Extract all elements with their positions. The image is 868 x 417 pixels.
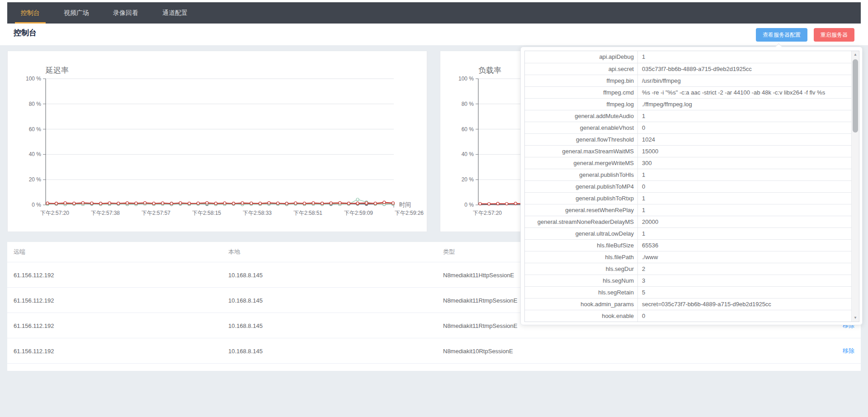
cell-remote: 61.156.112.192 [14,322,54,329]
config-key: hls.filePath [525,251,638,263]
scrollbar-thumb[interactable] [853,59,858,133]
view-server-config-button[interactable]: 查看服务器配置 [756,28,807,42]
config-value: %s -re -i "%s" -c:a aac -strict -2 -ar 4… [642,87,851,98]
config-value: /usr/bin/ffmpeg [642,75,851,86]
config-row: hls.segRetain5 [525,286,859,298]
config-value: 0 [642,122,851,133]
config-row: general.maxStreamWaitMS15000 [525,145,859,157]
svg-text:延迟率: 延迟率 [45,66,69,75]
config-row: general.resetWhenRePlay1 [525,204,859,216]
config-key: general.publishToHls [525,169,638,180]
svg-text:负载率: 负载率 [478,66,501,75]
config-value: 1 [642,51,851,63]
nav-tab-0[interactable]: 控制台 [15,2,46,24]
server-config-popover: api.apiDebug1api.secret035c73f7-bb6b-488… [520,47,863,325]
nav-tab-2[interactable]: 录像回看 [107,2,144,24]
table-row: 61.156.112.19210.168.8.145N8mediakit10Rt… [7,338,861,364]
config-key: general.mergeWriteMS [525,157,638,169]
config-value: 1 [642,228,851,239]
config-row: ffmpeg.cmd%s -re -i "%s" -c:a aac -stric… [525,86,859,98]
scroll-down-icon[interactable]: ▼ [852,314,859,322]
config-value: 035c73f7-bb6b-4889-a715-d9eb2d1925cc [642,63,851,75]
config-value: 0 [642,310,851,322]
svg-text:40 %: 40 % [29,151,42,157]
config-key: general.flowThreshold [525,134,638,145]
svg-text:40 %: 40 % [462,151,474,157]
config-row: general.publishToMP40 [525,180,859,192]
config-key: api.apiDebug [525,51,638,63]
config-row: api.secret035c73f7-bb6b-4889-a715-d9eb2d… [525,63,859,75]
cell-local: 10.168.8.145 [228,347,263,354]
config-row: ffmpeg.bin/usr/bin/ffmpeg [525,75,859,86]
config-value: 5 [642,287,851,298]
svg-text:下午2:57:20: 下午2:57:20 [473,210,502,216]
top-nav: 控制台视频广场录像回看通道配置 [7,2,861,24]
config-value: 15000 [642,146,851,157]
svg-text:0 %: 0 % [464,202,474,208]
svg-text:下午2:58:15: 下午2:58:15 [192,210,221,216]
config-key: api.secret [525,63,638,75]
svg-text:100 %: 100 % [458,76,474,82]
cell-remote: 61.156.112.192 [14,347,54,354]
config-row: general.mergeWriteMS300 [525,157,859,169]
config-row: hls.segDur2 [525,263,859,275]
scroll-up-icon[interactable]: ▲ [852,51,859,58]
config-row: general.flowThreshold1024 [525,133,859,145]
column-header: 远端 [14,248,25,256]
config-key: hook.enable [525,310,638,322]
config-value: 2 [642,263,851,275]
svg-text:20 %: 20 % [29,176,42,183]
svg-text:下午2:57:38: 下午2:57:38 [91,210,120,216]
header-actions: 查看服务器配置 重启服务器 [756,28,854,42]
cell-local: 10.168.8.145 [228,322,263,329]
config-value: 1 [642,169,851,180]
restart-server-button[interactable]: 重启服务器 [814,28,854,42]
svg-text:下午2:59:26: 下午2:59:26 [395,210,424,216]
cell-type: N8mediakit11HttpSessionE [443,271,514,278]
config-value: 1 [642,110,851,122]
cell-remote: 61.156.112.192 [14,271,54,278]
cell-remote: 61.156.112.192 [14,297,54,303]
config-key: general.enableVhost [525,122,638,133]
column-header: 本地 [228,248,240,256]
config-value: 1024 [642,134,851,145]
config-key: general.streamNoneReaderDelayMS [525,216,638,227]
config-row: api.apiDebug1 [525,51,859,63]
config-value: 0 [642,181,851,192]
svg-text:0 %: 0 % [32,202,41,208]
config-key: general.publishToRtxp [525,193,638,204]
svg-text:80 %: 80 % [29,101,42,107]
svg-text:80 %: 80 % [462,101,474,107]
config-row: ffmpeg.log./ffmpeg/ffmpeg.log [525,98,859,110]
svg-text:60 %: 60 % [29,126,42,133]
cell-type: N8mediakit11RtmpSessionE [443,322,518,329]
config-value: 65536 [642,240,851,251]
config-key: hook.admin_params [525,299,638,310]
svg-text:下午2:58:33: 下午2:58:33 [243,210,272,216]
latency-chart-card: 延迟率100 %80 %60 %40 %20 %0 %下午2:57:20下午2:… [7,51,427,232]
config-row: hls.filePath./www [525,251,859,263]
svg-text:60 %: 60 % [462,126,474,133]
config-row: general.enableVhost0 [525,122,859,133]
config-key: ffmpeg.cmd [525,87,638,98]
config-key: hls.fileBufSize [525,240,638,251]
remove-link[interactable]: 移除 [843,347,854,355]
svg-text:下午2:58:51: 下午2:58:51 [293,210,322,216]
config-value: 300 [642,157,851,169]
page-title: 控制台 [14,28,37,38]
config-key: general.addMuteAudio [525,110,638,122]
latency-chart: 延迟率100 %80 %60 %40 %20 %0 %下午2:57:20下午2:… [8,51,428,232]
config-key: ffmpeg.bin [525,75,638,86]
config-value: 1 [642,204,851,216]
config-key: general.publishToMP4 [525,181,638,192]
config-row: hook.admin_paramssecret=035c73f7-bb6b-48… [525,298,859,310]
cell-type: N8mediakit11RtmpSessionE [443,297,518,303]
config-key: general.ultraLowDelay [525,228,638,239]
nav-tab-3[interactable]: 通道配置 [156,2,193,24]
config-key: hls.segNum [525,275,638,286]
nav-tab-1[interactable]: 视频广场 [58,2,95,24]
cell-local: 10.168.8.145 [228,271,263,278]
config-key: ffmpeg.log [525,99,638,110]
config-scrollbar[interactable]: ▲▼ [851,51,859,322]
config-row: hook.enable0 [525,310,859,322]
